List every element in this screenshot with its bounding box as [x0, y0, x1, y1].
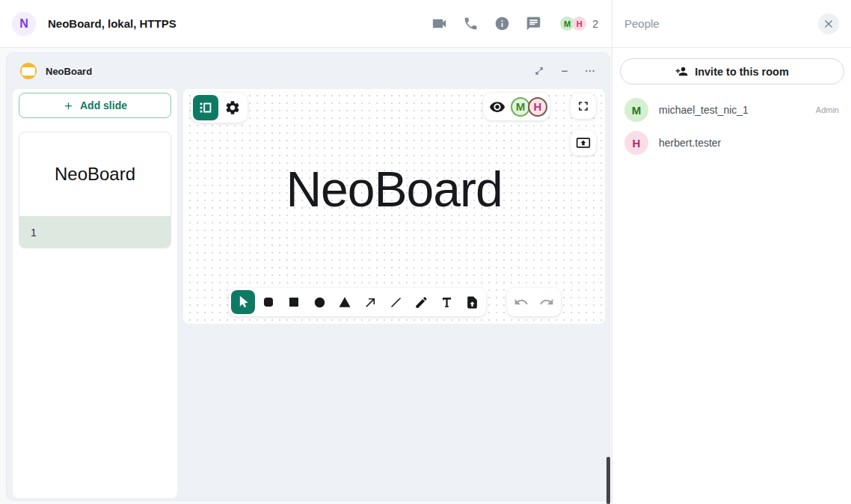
people-panel-header: People [612, 0, 851, 48]
square-icon [287, 295, 301, 309]
member-name: michael_test_nic_1 [659, 104, 749, 116]
eye-icon [489, 99, 506, 115]
fullscreen-button[interactable] [571, 93, 596, 119]
member-row[interactable]: H herbert.tester [612, 126, 851, 159]
chat-icon[interactable] [524, 15, 542, 33]
pencil-icon [414, 295, 428, 310]
whiteboard-canvas[interactable]: NeoBoard M H [183, 89, 605, 324]
more-icon[interactable] [584, 65, 596, 77]
phone-icon[interactable] [461, 15, 479, 33]
main-timeline-area: NeoBoard Add slide NeoBoard 1 [0, 48, 612, 504]
avatar-h: H [572, 16, 586, 31]
widget-header: NeoBoard [7, 53, 609, 89]
undo-icon [514, 295, 529, 310]
export-button[interactable] [571, 130, 596, 156]
member-list: M michael_test_nic_1 Admin H herbert.tes… [612, 93, 851, 159]
invite-button-label: Invite to this room [695, 66, 789, 78]
rounded-rectangle-tool-button[interactable] [256, 290, 280, 314]
room-header: N NeoBoard, lokal, HTTPS M H 2 [0, 0, 612, 48]
close-icon [823, 19, 834, 29]
slide-thumbnail[interactable]: NeoBoard 1 [19, 132, 171, 248]
canvas-text-element[interactable]: NeoBoard [183, 161, 605, 218]
ellipse-tool-button[interactable] [307, 290, 331, 314]
history-toolbar [507, 288, 561, 316]
present-upload-icon [576, 135, 591, 150]
videocam-icon[interactable] [430, 15, 448, 33]
people-panel: People Invite to this room M michael_tes… [612, 0, 851, 504]
timeline-scrollbar[interactable] [606, 457, 610, 504]
minimize-icon[interactable] [559, 65, 571, 77]
whiteboard-icon [20, 63, 37, 79]
room-title: NeoBoard, lokal, HTTPS [48, 17, 176, 30]
member-avatar: H [624, 131, 648, 155]
rounded-square-icon [262, 295, 275, 309]
info-icon[interactable] [493, 15, 511, 33]
cursor-icon [236, 295, 251, 310]
settings-button[interactable] [220, 95, 245, 120]
plus-icon [63, 100, 74, 111]
widget-title: NeoBoard [46, 66, 92, 77]
people-panel-title: People [624, 17, 660, 30]
member-role-badge: Admin [816, 105, 839, 114]
visibility-button[interactable] [485, 95, 509, 119]
member-row[interactable]: M michael_test_nic_1 Admin [612, 93, 851, 126]
text-icon [440, 295, 454, 310]
close-panel-button[interactable] [818, 13, 839, 34]
rectangle-tool-button[interactable] [282, 290, 306, 314]
expand-icon[interactable] [533, 65, 545, 77]
person-add-icon [675, 65, 688, 78]
circle-icon [313, 295, 327, 310]
select-tool-button[interactable] [231, 290, 255, 314]
member-name: herbert.tester [659, 137, 721, 149]
layout-icon [197, 99, 214, 116]
canvas-settings-toolbar [191, 93, 248, 123]
collaborator-avatar-h[interactable]: H [528, 97, 547, 117]
image-upload-icon [465, 295, 479, 310]
gear-icon [224, 99, 241, 116]
redo-button[interactable] [535, 290, 559, 314]
invite-button[interactable]: Invite to this room [620, 58, 844, 84]
neoboard-widget: NeoBoard Add slide NeoBoard 1 [6, 52, 610, 501]
line-tool-button[interactable] [384, 290, 408, 314]
add-slide-button[interactable]: Add slide [19, 93, 171, 118]
presence-toolbar: M H [483, 93, 550, 120]
arrow-tool-button[interactable] [358, 290, 382, 314]
drawing-toolbar [229, 288, 486, 316]
slide-number: 1 [19, 216, 170, 248]
line-icon [389, 295, 403, 310]
undo-button[interactable] [509, 290, 533, 314]
slide-thumbnail-preview: NeoBoard [19, 132, 170, 216]
text-tool-button[interactable] [434, 290, 458, 314]
arrow-icon [363, 295, 378, 310]
slide-overview-button[interactable] [193, 95, 218, 120]
member-count: 2 [592, 18, 598, 30]
slides-panel: Add slide NeoBoard 1 [13, 89, 177, 498]
member-avatar: M [624, 98, 648, 122]
room-member-facepile[interactable]: M H 2 [560, 16, 598, 31]
fullscreen-icon [576, 99, 591, 114]
upload-image-tool-button[interactable] [460, 290, 484, 314]
triangle-tool-button[interactable] [333, 290, 357, 314]
triangle-icon [337, 295, 352, 310]
room-avatar[interactable]: N [12, 12, 36, 36]
pen-tool-button[interactable] [409, 290, 433, 314]
add-slide-label: Add slide [80, 99, 127, 111]
redo-icon [539, 295, 554, 310]
